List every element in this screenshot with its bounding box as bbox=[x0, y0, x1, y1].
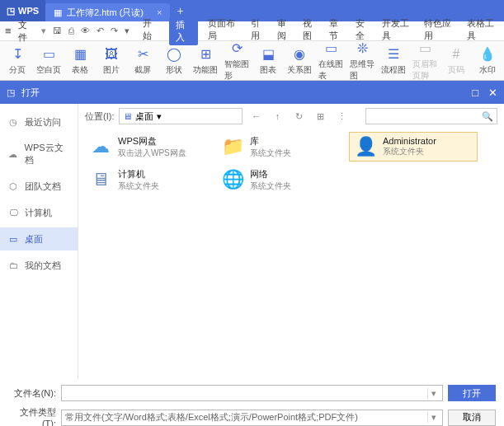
ribbon-关系图[interactable]: ◉关系图 bbox=[287, 46, 312, 76]
up-button[interactable]: ↑ bbox=[269, 108, 285, 124]
desktop-icon: 🖥 bbox=[123, 111, 132, 121]
sidebar: ◷最近访问☁WPS云文档⬡团队文档🖵计算机▭桌面🗀我的文档 bbox=[0, 104, 78, 380]
file-subtitle: 双击进入WPS网盘 bbox=[118, 147, 186, 159]
ribbon-icon: ❊ bbox=[354, 40, 370, 57]
ribbon-表格[interactable]: ▦表格 bbox=[68, 46, 92, 76]
refresh-button[interactable]: ↻ bbox=[290, 108, 307, 124]
clock-icon: ◷ bbox=[7, 115, 20, 129]
ribbon-label: 截屏 bbox=[134, 64, 151, 76]
filetype-select[interactable]: 常用文件(文字/Word格式;表格/Excel格式;演示/PowerPoint格… bbox=[61, 410, 443, 426]
ribbon-图片[interactable]: 🖼图片 bbox=[99, 46, 124, 76]
desktop-icon: ▭ bbox=[7, 232, 20, 246]
dialog-maximize-button[interactable]: □ bbox=[472, 87, 478, 99]
sidebar-item-cloud[interactable]: ☁WPS云文档 bbox=[0, 137, 78, 171]
ribbon-icon: ⬓ bbox=[260, 46, 276, 63]
ribbon-空白页[interactable]: ▭空白页 bbox=[36, 46, 61, 76]
file-name: Administrator bbox=[383, 136, 436, 146]
ribbon-在线图表[interactable]: ▭在线图表 bbox=[318, 40, 343, 82]
file-item[interactable]: 📁库系统文件夹 bbox=[217, 132, 346, 162]
filename-dropdown-icon[interactable]: ▾ bbox=[427, 388, 439, 399]
ribbon-icon: ◉ bbox=[291, 46, 308, 63]
ribbon-label: 页眉和页脚 bbox=[412, 59, 437, 82]
ribbon-label: 思维导图 bbox=[350, 59, 374, 82]
monitor-icon: 🖵 bbox=[7, 206, 20, 219]
ribbon-截屏[interactable]: ✂截屏 bbox=[130, 46, 155, 76]
filetype-label: 文件类型(T): bbox=[8, 406, 56, 426]
filetype-dropdown-icon[interactable]: ▾ bbox=[427, 412, 439, 423]
ribbon-分页[interactable]: ↧分页 bbox=[5, 46, 30, 76]
ribbon-label: 图片 bbox=[103, 64, 120, 76]
file-subtitle: 系统文件夹 bbox=[250, 180, 291, 192]
file-icon: ☁ bbox=[88, 134, 113, 159]
file-icon: 📁 bbox=[220, 134, 245, 159]
file-item[interactable]: 🖥计算机系统文件夹 bbox=[85, 165, 214, 194]
ribbon-tab-8[interactable]: 开发工具 bbox=[382, 17, 414, 45]
ribbon-icon: ▦ bbox=[72, 46, 88, 63]
cancel-button[interactable]: 取消 bbox=[448, 410, 496, 426]
file-item[interactable]: 👤Administrator系统文件夹 bbox=[349, 132, 478, 162]
ribbon-流程图[interactable]: ☰流程图 bbox=[381, 46, 406, 76]
back-button[interactable]: ← bbox=[247, 108, 264, 124]
qat-redo-icon[interactable]: ↷ bbox=[111, 26, 118, 36]
qat-save-icon[interactable]: 🖫 bbox=[53, 26, 62, 36]
hamburger-icon[interactable]: ≡ bbox=[5, 25, 12, 37]
tab-close-icon[interactable]: × bbox=[157, 7, 162, 17]
dialog-logo-icon: ◳ bbox=[7, 87, 15, 98]
ribbon-tab-5[interactable]: 视图 bbox=[303, 17, 319, 45]
dropdown-icon[interactable]: ▾ bbox=[41, 26, 46, 36]
qat-preview-icon[interactable]: 👁 bbox=[81, 26, 90, 36]
view-grid-button[interactable]: ⊞ bbox=[312, 108, 328, 124]
file-icon: 🖥 bbox=[88, 167, 113, 192]
sidebar-item-label: 最近访问 bbox=[25, 116, 61, 129]
sidebar-item-label: 计算机 bbox=[25, 207, 52, 219]
view-menu-button[interactable]: ⋮ bbox=[333, 108, 350, 124]
ribbon-tab-10[interactable]: 表格工具 bbox=[467, 17, 499, 45]
file-name: WPS网盘 bbox=[118, 135, 186, 147]
file-name: 网络 bbox=[250, 168, 291, 180]
sidebar-item-label: 桌面 bbox=[25, 233, 43, 246]
qat-dropdown-icon[interactable]: ▾ bbox=[125, 26, 130, 36]
tab-title: 工作簿2.htm (只读) bbox=[67, 7, 144, 19]
dialog-titlebar: ◳ 打开 □ ✕ bbox=[0, 81, 504, 104]
ribbon-tab-3[interactable]: 引用 bbox=[251, 17, 267, 45]
ribbon-label: 分页 bbox=[9, 64, 26, 76]
ribbon-tab-0[interactable]: 开始 bbox=[143, 17, 159, 45]
wps-logo-icon: ◳ bbox=[7, 6, 15, 16]
ribbon-页眉和页脚: ▭页眉和页脚 bbox=[412, 40, 437, 82]
sidebar-item-clock[interactable]: ◷最近访问 bbox=[0, 110, 78, 133]
filename-input[interactable]: ▾ bbox=[61, 385, 443, 401]
sidebar-item-folder[interactable]: 🗀我的文档 bbox=[0, 254, 78, 277]
ribbon-tab-4[interactable]: 审阅 bbox=[277, 17, 294, 45]
ribbon-icon: ◯ bbox=[166, 46, 182, 63]
qat-print-icon[interactable]: ⎙ bbox=[68, 26, 74, 36]
sidebar-item-label: 我的文档 bbox=[25, 260, 61, 272]
open-button[interactable]: 打开 bbox=[448, 385, 496, 401]
sidebar-item-team[interactable]: ⬡团队文档 bbox=[0, 175, 78, 198]
ribbon-功能图[interactable]: ⊞功能图 bbox=[193, 46, 218, 76]
ribbon-思维导图[interactable]: ❊思维导图 bbox=[350, 40, 374, 82]
ribbon-智能图形[interactable]: ⟳智能图形 bbox=[224, 40, 249, 82]
qat-undo-icon[interactable]: ↶ bbox=[97, 26, 104, 36]
new-tab-button[interactable]: + bbox=[177, 4, 183, 17]
file-item[interactable]: 🌐网络系统文件夹 bbox=[217, 165, 346, 194]
location-value: 桌面 bbox=[135, 110, 153, 123]
app-name: WPS bbox=[18, 6, 39, 16]
file-icon: 🌐 bbox=[220, 167, 245, 192]
file-item[interactable]: ☁WPS网盘双击进入WPS网盘 bbox=[85, 132, 214, 162]
location-select[interactable]: 🖥 桌面 ▾ bbox=[119, 108, 243, 124]
ribbon-图表[interactable]: ⬓图表 bbox=[256, 46, 280, 76]
ribbon-水印[interactable]: 💧水印 bbox=[475, 46, 500, 76]
ribbon-icon: # bbox=[448, 46, 464, 63]
ribbon-形状[interactable]: ◯形状 bbox=[162, 46, 186, 76]
sidebar-item-desktop[interactable]: ▭桌面 bbox=[0, 227, 78, 250]
file-menu[interactable]: 文件 bbox=[18, 19, 35, 44]
file-icon: 👤 bbox=[353, 134, 378, 159]
search-input[interactable]: 🔍 bbox=[365, 108, 497, 124]
ribbon-tab-1[interactable]: 插入 bbox=[169, 17, 199, 45]
ribbon: ↧分页▭空白页▦表格🖼图片✂截屏◯形状⊞功能图⟳智能图形⬓图表◉关系图▭在线图表… bbox=[0, 41, 504, 81]
sidebar-item-monitor[interactable]: 🖵计算机 bbox=[0, 201, 78, 224]
ribbon-label: 空白页 bbox=[36, 64, 61, 76]
file-name: 计算机 bbox=[118, 168, 159, 180]
dialog-close-button[interactable]: ✕ bbox=[488, 87, 497, 99]
dialog-title: 打开 bbox=[21, 87, 40, 99]
